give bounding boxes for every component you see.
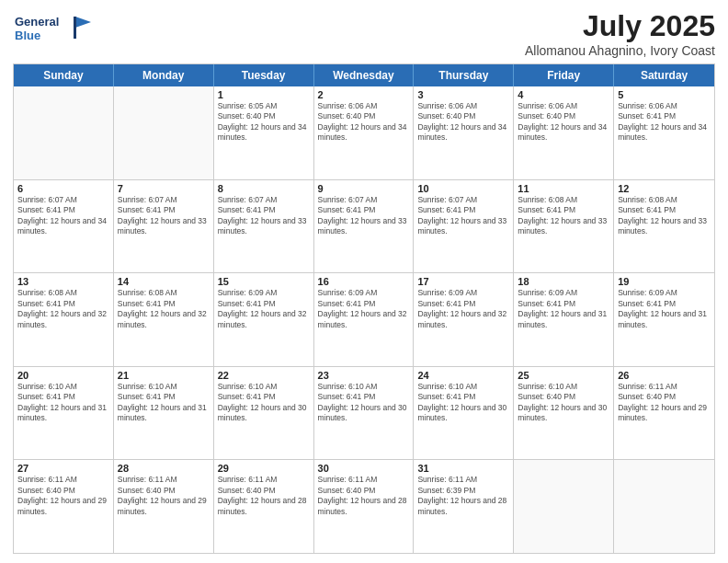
day-cell: 28Sunrise: 6:11 AM Sunset: 6:40 PM Dayli… [114, 460, 214, 553]
month-title: July 2025 [525, 9, 715, 43]
day-number: 24 [417, 370, 509, 381]
location-title: Allomanou Ahagnino, Ivory Coast [525, 43, 715, 58]
day-cell: 14Sunrise: 6:08 AM Sunset: 6:41 PM Dayli… [114, 273, 214, 366]
day-number: 31 [417, 463, 509, 474]
day-cell: 25Sunrise: 6:10 AM Sunset: 6:40 PM Dayli… [514, 367, 614, 460]
day-number: 13 [17, 276, 109, 287]
day-info: Sunrise: 6:06 AM Sunset: 6:40 PM Dayligh… [318, 101, 410, 144]
day-number: 23 [318, 370, 410, 381]
day-info: Sunrise: 6:06 AM Sunset: 6:41 PM Dayligh… [618, 101, 711, 144]
day-info: Sunrise: 6:10 AM Sunset: 6:41 PM Dayligh… [218, 382, 310, 424]
day-cell: 1Sunrise: 6:05 AM Sunset: 6:40 PM Daylig… [214, 86, 314, 179]
logo-area: General Blue [13, 9, 96, 52]
day-header-friday: Friday [514, 64, 614, 86]
day-info: Sunrise: 6:09 AM Sunset: 6:41 PM Dayligh… [417, 288, 509, 330]
day-number: 28 [118, 463, 210, 474]
day-info: Sunrise: 6:06 AM Sunset: 6:40 PM Dayligh… [518, 101, 609, 144]
logo: General Blue [13, 9, 96, 52]
day-header-monday: Monday [114, 64, 214, 86]
day-info: Sunrise: 6:09 AM Sunset: 6:41 PM Dayligh… [518, 288, 609, 330]
day-number: 10 [417, 183, 509, 194]
calendar: SundayMondayTuesdayWednesdayThursdayFrid… [13, 63, 715, 554]
day-number: 22 [218, 370, 310, 381]
title-area: July 2025 Allomanou Ahagnino, Ivory Coas… [525, 9, 715, 58]
day-number: 11 [518, 183, 609, 194]
day-header-thursday: Thursday [414, 64, 514, 86]
svg-marker-2 [75, 17, 91, 28]
day-header-saturday: Saturday [614, 64, 714, 86]
day-info: Sunrise: 6:07 AM Sunset: 6:41 PM Dayligh… [118, 195, 210, 237]
day-cell: 20Sunrise: 6:10 AM Sunset: 6:41 PM Dayli… [14, 367, 114, 460]
day-info: Sunrise: 6:09 AM Sunset: 6:41 PM Dayligh… [318, 288, 410, 330]
day-cell: 19Sunrise: 6:09 AM Sunset: 6:41 PM Dayli… [614, 273, 714, 366]
day-info: Sunrise: 6:11 AM Sunset: 6:40 PM Dayligh… [318, 475, 410, 517]
day-number: 30 [318, 463, 410, 474]
day-number: 5 [618, 89, 711, 100]
week-row-2: 6Sunrise: 6:07 AM Sunset: 6:41 PM Daylig… [14, 180, 714, 274]
week-row-4: 20Sunrise: 6:10 AM Sunset: 6:41 PM Dayli… [14, 367, 714, 461]
day-cell: 17Sunrise: 6:09 AM Sunset: 6:41 PM Dayli… [414, 273, 514, 366]
day-info: Sunrise: 6:09 AM Sunset: 6:41 PM Dayligh… [618, 288, 711, 330]
day-info: Sunrise: 6:07 AM Sunset: 6:41 PM Dayligh… [417, 195, 509, 237]
day-header-wednesday: Wednesday [314, 64, 415, 86]
day-number: 20 [17, 370, 109, 381]
calendar-body: 1Sunrise: 6:05 AM Sunset: 6:40 PM Daylig… [14, 86, 714, 553]
day-number: 2 [318, 89, 410, 100]
day-cell: 9Sunrise: 6:07 AM Sunset: 6:41 PM Daylig… [314, 180, 415, 273]
day-info: Sunrise: 6:07 AM Sunset: 6:41 PM Dayligh… [218, 195, 310, 237]
day-cell: 27Sunrise: 6:11 AM Sunset: 6:40 PM Dayli… [14, 460, 114, 553]
day-cell: 2Sunrise: 6:06 AM Sunset: 6:40 PM Daylig… [314, 86, 415, 179]
day-info: Sunrise: 6:10 AM Sunset: 6:41 PM Dayligh… [17, 382, 109, 424]
page: General Blue July 2025 Allomanou Ahagnin… [0, 0, 728, 563]
day-number: 27 [17, 463, 109, 474]
day-cell: 18Sunrise: 6:09 AM Sunset: 6:41 PM Dayli… [514, 273, 614, 366]
week-row-5: 27Sunrise: 6:11 AM Sunset: 6:40 PM Dayli… [14, 460, 714, 553]
day-number: 25 [518, 370, 609, 381]
day-cell: 8Sunrise: 6:07 AM Sunset: 6:41 PM Daylig… [214, 180, 314, 273]
header: General Blue July 2025 Allomanou Ahagnin… [13, 9, 715, 58]
day-number: 9 [318, 183, 410, 194]
day-info: Sunrise: 6:11 AM Sunset: 6:39 PM Dayligh… [417, 475, 509, 517]
day-info: Sunrise: 6:08 AM Sunset: 6:41 PM Dayligh… [518, 195, 609, 237]
day-cell: 3Sunrise: 6:06 AM Sunset: 6:40 PM Daylig… [414, 86, 514, 179]
day-number: 26 [618, 370, 711, 381]
week-row-1: 1Sunrise: 6:05 AM Sunset: 6:40 PM Daylig… [14, 86, 714, 180]
day-cell: 21Sunrise: 6:10 AM Sunset: 6:41 PM Dayli… [114, 367, 214, 460]
day-info: Sunrise: 6:10 AM Sunset: 6:41 PM Dayligh… [318, 382, 410, 424]
svg-text:Blue: Blue [15, 29, 40, 42]
day-number: 29 [218, 463, 310, 474]
day-cell: 26Sunrise: 6:11 AM Sunset: 6:40 PM Dayli… [614, 367, 714, 460]
day-info: Sunrise: 6:11 AM Sunset: 6:40 PM Dayligh… [17, 475, 109, 517]
day-info: Sunrise: 6:07 AM Sunset: 6:41 PM Dayligh… [318, 195, 410, 237]
week-row-3: 13Sunrise: 6:08 AM Sunset: 6:41 PM Dayli… [14, 273, 714, 367]
day-number: 15 [218, 276, 310, 287]
day-cell: 11Sunrise: 6:08 AM Sunset: 6:41 PM Dayli… [514, 180, 614, 273]
day-cell: 6Sunrise: 6:07 AM Sunset: 6:41 PM Daylig… [14, 180, 114, 273]
day-cell: 29Sunrise: 6:11 AM Sunset: 6:40 PM Dayli… [214, 460, 314, 553]
day-info: Sunrise: 6:07 AM Sunset: 6:41 PM Dayligh… [17, 195, 109, 237]
svg-text:General: General [15, 15, 59, 29]
day-cell [14, 86, 114, 179]
day-header-sunday: Sunday [14, 64, 114, 86]
day-number: 21 [118, 370, 210, 381]
day-number: 6 [17, 183, 109, 194]
svg-rect-3 [74, 17, 76, 39]
day-cell: 4Sunrise: 6:06 AM Sunset: 6:40 PM Daylig… [514, 86, 614, 179]
day-cell: 23Sunrise: 6:10 AM Sunset: 6:41 PM Dayli… [314, 367, 415, 460]
day-info: Sunrise: 6:10 AM Sunset: 6:41 PM Dayligh… [417, 382, 509, 424]
day-cell: 12Sunrise: 6:08 AM Sunset: 6:41 PM Dayli… [614, 180, 714, 273]
day-cell: 13Sunrise: 6:08 AM Sunset: 6:41 PM Dayli… [14, 273, 114, 366]
day-number: 18 [518, 276, 609, 287]
day-cell: 10Sunrise: 6:07 AM Sunset: 6:41 PM Dayli… [414, 180, 514, 273]
day-cell: 24Sunrise: 6:10 AM Sunset: 6:41 PM Dayli… [414, 367, 514, 460]
day-number: 12 [618, 183, 711, 194]
day-cell: 31Sunrise: 6:11 AM Sunset: 6:39 PM Dayli… [414, 460, 514, 553]
day-info: Sunrise: 6:05 AM Sunset: 6:40 PM Dayligh… [218, 101, 310, 144]
day-info: Sunrise: 6:10 AM Sunset: 6:41 PM Dayligh… [118, 382, 210, 424]
day-info: Sunrise: 6:06 AM Sunset: 6:40 PM Dayligh… [417, 101, 509, 144]
day-number: 16 [318, 276, 410, 287]
day-number: 19 [618, 276, 711, 287]
day-info: Sunrise: 6:10 AM Sunset: 6:40 PM Dayligh… [518, 382, 609, 424]
day-info: Sunrise: 6:11 AM Sunset: 6:40 PM Dayligh… [618, 382, 711, 424]
day-number: 14 [118, 276, 210, 287]
